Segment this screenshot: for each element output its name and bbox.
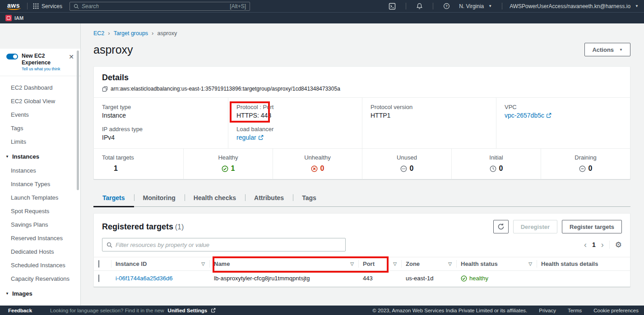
breadcrumb-ec2[interactable]: EC2 bbox=[93, 30, 104, 37]
sidebar-item-instance-types[interactable]: Instance Types bbox=[0, 179, 80, 189]
chevron-down-icon: ▼ bbox=[635, 4, 639, 8]
next-page-icon[interactable]: › bbox=[601, 241, 604, 249]
chevron-right-icon: › bbox=[108, 30, 110, 37]
main-content: EC2 › Target groups › asproxy asproxy Ac… bbox=[81, 23, 644, 306]
external-link-icon bbox=[211, 308, 216, 313]
sidebar-item-ec2-global-view[interactable]: EC2 Global View bbox=[0, 96, 80, 106]
draining-label: Draining bbox=[541, 154, 630, 161]
copyright-text: © 2023, Amazon Web Services India Privat… bbox=[372, 308, 527, 313]
sidebar-item-spot-requests[interactable]: Spot Requests bbox=[0, 206, 80, 216]
divider bbox=[609, 241, 610, 249]
tab-tags[interactable]: Tags bbox=[293, 191, 325, 206]
previous-page-icon[interactable]: ‹ bbox=[584, 241, 587, 249]
cookie-preferences-link[interactable]: Cookie preferences bbox=[593, 308, 639, 313]
search-input[interactable] bbox=[82, 3, 227, 9]
target-name-cell: lb-asproxytyler-cfcg8jru1tmmqpntsjtg bbox=[209, 271, 358, 287]
sort-icon[interactable]: ▽ bbox=[393, 261, 397, 266]
vpc-link[interactable]: vpc-2657db5c bbox=[505, 112, 551, 119]
vpc-value: vpc-2657db5c bbox=[505, 112, 544, 119]
targets-table: Instance ID▽ Name▽ Port▽ Zone▽ Health st… bbox=[94, 257, 630, 287]
instance-id-link[interactable]: i-06f1744a6a25d36d6 bbox=[116, 275, 173, 282]
register-targets-button[interactable]: Register targets bbox=[562, 220, 622, 233]
col-name: Name bbox=[214, 260, 230, 267]
notifications-bell-icon[interactable] bbox=[412, 3, 427, 9]
sidebar-item-tags[interactable]: Tags bbox=[0, 123, 80, 133]
protocol-port-label: Protocol : Port bbox=[236, 104, 354, 110]
sidebar-section-instances[interactable]: ▼ Instances bbox=[0, 151, 80, 162]
sort-icon[interactable]: ▽ bbox=[201, 261, 205, 266]
healthy-label: Healthy bbox=[184, 154, 273, 161]
select-all-checkbox[interactable] bbox=[98, 260, 99, 268]
svg-text:?: ? bbox=[445, 4, 448, 8]
load-balancer-link[interactable]: regular bbox=[236, 134, 264, 141]
health-status-text: healthy bbox=[469, 275, 488, 282]
registered-targets-count: (1) bbox=[175, 223, 184, 231]
check-circle-icon bbox=[222, 165, 228, 172]
sidebar-item-dedicated-hosts[interactable]: Dedicated Hosts bbox=[0, 247, 80, 257]
sidebar-top-spacer bbox=[0, 23, 80, 49]
account-menu[interactable]: AWSPowerUserAccess/navaneeth.kn@harness.… bbox=[508, 3, 640, 9]
sort-icon[interactable]: ▽ bbox=[350, 261, 354, 266]
actions-label: Actions bbox=[592, 46, 614, 53]
col-zone: Zone bbox=[406, 260, 420, 267]
experience-title: New EC2 Experience bbox=[22, 53, 51, 66]
sidebar-item-launch-templates[interactable]: Launch Templates bbox=[0, 192, 80, 203]
feedback-link[interactable]: Feedback bbox=[8, 308, 32, 313]
sidebar-scrollbar[interactable] bbox=[77, 50, 79, 190]
copy-icon[interactable] bbox=[102, 86, 108, 92]
chevron-down-icon: ▼ bbox=[5, 292, 9, 296]
tab-health-checks[interactable]: Health checks bbox=[185, 191, 245, 206]
tab-monitoring[interactable]: Monitoring bbox=[134, 191, 185, 206]
tab-attributes[interactable]: Attributes bbox=[245, 191, 293, 206]
details-title: Details bbox=[102, 73, 129, 82]
region-label: N. Virginia bbox=[459, 3, 484, 9]
registered-targets-title: Registered targets bbox=[102, 222, 173, 231]
chevron-down-icon: ▼ bbox=[488, 4, 492, 8]
sidebar-item-instances[interactable]: Instances bbox=[0, 165, 80, 176]
close-icon[interactable]: ✕ bbox=[67, 52, 76, 61]
deregister-button[interactable]: Deregister bbox=[513, 220, 557, 233]
sidebar-item-ec2-dashboard[interactable]: EC2 Dashboard bbox=[0, 82, 80, 93]
aws-logo[interactable]: aws bbox=[5, 2, 22, 10]
target-type-value: Instance bbox=[102, 112, 220, 119]
settings-gear-icon[interactable]: ⚙ bbox=[615, 241, 622, 249]
global-search[interactable]: [Alt+S] bbox=[69, 2, 250, 11]
refresh-button[interactable] bbox=[493, 220, 509, 233]
section-label: Instances bbox=[12, 153, 39, 160]
help-icon[interactable]: ? bbox=[439, 3, 454, 9]
privacy-link[interactable]: Privacy bbox=[539, 308, 556, 313]
sidebar-item-limits[interactable]: Limits bbox=[0, 137, 80, 147]
cloudshell-icon[interactable] bbox=[384, 3, 400, 10]
breadcrumb-target-groups[interactable]: Target groups bbox=[114, 30, 148, 37]
breadcrumb-current: asproxy bbox=[157, 30, 177, 37]
sort-icon[interactable]: ▽ bbox=[528, 261, 532, 266]
actions-button[interactable]: Actions ▼ bbox=[584, 43, 630, 56]
sidebar-section-images[interactable]: ▼ Images bbox=[0, 288, 80, 299]
total-targets-label: Total targets bbox=[102, 154, 183, 161]
experience-feedback-link[interactable]: Tell us what you think bbox=[22, 67, 67, 71]
terms-link[interactable]: Terms bbox=[568, 308, 582, 313]
services-menu[interactable]: Services bbox=[33, 3, 62, 9]
unified-settings-link[interactable]: Unified Settings bbox=[168, 308, 208, 313]
page-number[interactable]: 1 bbox=[592, 241, 596, 248]
sidebar-item-scheduled-instances[interactable]: Scheduled Instances bbox=[0, 260, 80, 270]
col-instance-id: Instance ID bbox=[116, 260, 147, 267]
chevron-right-icon: › bbox=[152, 30, 153, 37]
sidebar-item-events[interactable]: Events bbox=[0, 110, 80, 120]
sidebar-item-reserved-instances[interactable]: Reserved Instances bbox=[0, 233, 80, 243]
sidebar-item-savings-plans[interactable]: Savings Plans bbox=[0, 219, 80, 230]
tab-targets[interactable]: Targets bbox=[93, 191, 134, 207]
iam-shortcut[interactable]: IAM bbox=[14, 15, 23, 21]
vpc-label: VPC bbox=[505, 104, 622, 110]
filter-input[interactable] bbox=[116, 242, 341, 248]
total-targets-value: 1 bbox=[114, 164, 118, 173]
sort-icon[interactable]: ▽ bbox=[448, 261, 452, 266]
target-port-cell: 443 bbox=[358, 271, 401, 287]
row-checkbox[interactable] bbox=[98, 274, 99, 282]
col-port: Port bbox=[363, 260, 375, 267]
sidebar-item-amis[interactable]: AMIs bbox=[0, 302, 80, 306]
region-selector[interactable]: N. Virginia ▼ bbox=[454, 3, 496, 9]
sidebar-item-capacity-reservations[interactable]: Capacity Reservations bbox=[0, 274, 80, 284]
search-icon bbox=[74, 4, 79, 9]
experience-toggle[interactable] bbox=[6, 54, 18, 59]
